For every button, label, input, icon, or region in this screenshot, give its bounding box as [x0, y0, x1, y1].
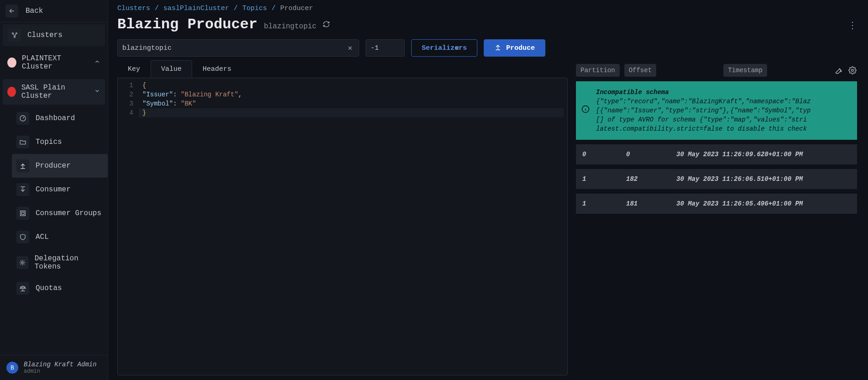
nav-dashboard-label: Dashboard — [36, 114, 75, 122]
breadcrumb-clusters[interactable]: Clusters — [117, 5, 150, 12]
breadcrumb: Clusters / saslPlainCluster / Topics / P… — [117, 5, 857, 12]
breadcrumb-topics[interactable]: Topics — [242, 5, 267, 12]
nav-producer-label: Producer — [36, 162, 71, 170]
results-column: Partition Offset Timestamp Incompatible … — [576, 60, 857, 375]
chevron-up-icon — [94, 58, 100, 67]
nav-consumer[interactable]: Consumer — [12, 178, 108, 201]
breadcrumb-sep: / — [272, 5, 276, 12]
row-offset: 181 — [626, 200, 676, 207]
sidebar-back-row[interactable]: Back — [0, 0, 108, 22]
clusters-icon — [8, 29, 21, 42]
error-title: Incompatible schema — [596, 88, 851, 97]
partition-input-wrap[interactable]: ✕ — [366, 39, 405, 57]
nav-consumer-groups-label: Consumer Groups — [36, 209, 101, 217]
eraser-icon[interactable] — [834, 66, 843, 75]
topic-input-wrap[interactable]: ✕ — [117, 39, 359, 57]
produce-label: Produce — [506, 44, 535, 52]
main: Clusters / saslPlainCluster / Topics / P… — [108, 0, 868, 380]
cluster-plaintext[interactable]: PLAINTEXT Cluster — [3, 50, 105, 75]
tab-headers[interactable]: Headers — [192, 60, 242, 78]
group-icon — [16, 207, 29, 220]
gauge-icon — [16, 112, 29, 125]
editor-content[interactable]: { "Issuer": "Blazing Kraft", "Symbol": "… — [139, 81, 242, 117]
error-line: [{"name":"Issuer","type":"string"},{"nam… — [596, 106, 851, 115]
result-row[interactable]: 1 182 30 May 2023 11:26:06.510+01:00 PM — [576, 169, 857, 189]
more-menu-icon[interactable]: ⋮ — [848, 20, 857, 31]
cluster-status-dot — [7, 87, 16, 97]
svg-point-7 — [852, 69, 854, 72]
tab-key[interactable]: Key — [117, 60, 151, 78]
result-row[interactable]: 1 181 30 May 2023 11:26:05.496+01:00 PM — [576, 194, 857, 214]
cluster-plaintext-label: PLAINTEXT Cluster — [22, 54, 89, 71]
produce-button[interactable]: Produce — [484, 39, 545, 57]
info-icon — [581, 105, 590, 116]
clear-topic-icon[interactable]: ✕ — [346, 43, 354, 53]
breadcrumb-sep: / — [155, 5, 159, 12]
download-icon — [16, 183, 29, 196]
chevron-down-icon — [94, 88, 100, 96]
row-partition: 1 — [582, 200, 626, 207]
serializers-label: Serializers — [422, 44, 467, 52]
svg-point-2 — [14, 37, 16, 38]
nav-dashboard[interactable]: Dashboard — [12, 106, 108, 130]
svg-rect-4 — [21, 211, 26, 216]
error-line: {"type":"record","name":"BlazingKraft","… — [596, 97, 851, 106]
folder-icon — [16, 136, 29, 148]
editor-tabs: Key Value Headers — [117, 60, 568, 78]
clusters-label: Clusters — [27, 31, 63, 39]
refresh-icon[interactable] — [323, 21, 331, 29]
scale-icon — [16, 282, 29, 295]
header-timestamp: Timestamp — [723, 64, 767, 77]
tab-value[interactable]: Value — [151, 60, 192, 78]
cluster-status-dot — [7, 58, 16, 68]
upload-icon — [16, 159, 29, 172]
error-line: latest.compatibility.strict=false to dis… — [596, 124, 851, 133]
svg-rect-5 — [21, 212, 24, 214]
row-partition: 0 — [582, 151, 626, 158]
back-label: Back — [26, 7, 43, 15]
nav-delegation-tokens[interactable]: Delegation Tokens — [12, 249, 108, 276]
page-title: Blazing Producer — [117, 16, 257, 33]
cluster-sasl[interactable]: SASL Plain Cluster — [3, 79, 105, 105]
gear-icon[interactable] — [848, 66, 857, 75]
sidebar-clusters-link[interactable]: Clusters — [3, 24, 105, 46]
nav-topics[interactable]: Topics — [12, 130, 108, 154]
avatar: B — [6, 362, 18, 374]
serializers-button[interactable]: Serializers — [411, 39, 477, 57]
nav-consumer-groups[interactable]: Consumer Groups — [12, 201, 108, 225]
nav-consumer-label: Consumer — [36, 185, 71, 194]
shield-icon — [16, 231, 29, 243]
row-partition: 1 — [582, 175, 626, 183]
sidebar-nav: Dashboard Topics Producer Consumer Consu… — [0, 106, 108, 355]
upload-icon — [494, 43, 502, 53]
nav-acl-label: ACL — [36, 233, 49, 241]
editor-column: Key Value Headers 1 2 3 4 { "Issuer": "B… — [117, 60, 568, 375]
topic-input[interactable] — [122, 44, 346, 52]
breadcrumb-cluster[interactable]: saslPlainCluster — [163, 5, 229, 12]
nav-quotas-label: Quotas — [36, 284, 62, 292]
user-name: Blazing Kraft Admin — [24, 361, 97, 368]
nav-producer[interactable]: Producer — [12, 154, 108, 178]
nav-topics-label: Topics — [36, 138, 62, 146]
nav-quotas[interactable]: Quotas — [12, 276, 108, 300]
sidebar-user[interactable]: B Blazing Kraft Admin admin — [0, 355, 108, 380]
header-offset: Offset — [624, 64, 656, 77]
row-offset: 182 — [626, 175, 676, 183]
user-sub: admin — [24, 368, 97, 375]
error-line: [] of type AVRO for schema {"type":"map"… — [596, 115, 851, 124]
svg-point-6 — [21, 262, 23, 264]
nav-delegation-tokens-label: Delegation Tokens — [35, 254, 103, 271]
editor-gutter: 1 2 3 4 — [118, 81, 139, 117]
code-editor[interactable]: 1 2 3 4 { "Issuer": "Blazing Kraft", "Sy… — [117, 78, 568, 375]
back-icon[interactable] — [5, 5, 18, 17]
breadcrumb-sep: / — [234, 5, 238, 12]
nav-acl[interactable]: ACL — [12, 225, 108, 249]
error-banner: Incompatible schema {"type":"record","na… — [576, 81, 857, 140]
row-offset: 0 — [626, 151, 676, 158]
page-subtitle: blazingtopic — [264, 22, 316, 31]
row-timestamp: 30 May 2023 11:26:05.496+01:00 PM — [676, 200, 851, 207]
sidebar: Back Clusters PLAINTEXT Cluster SASL Pla… — [0, 0, 108, 380]
row-timestamp: 30 May 2023 11:26:06.510+01:00 PM — [676, 175, 851, 183]
header-partition: Partition — [576, 64, 620, 77]
result-row[interactable]: 0 0 30 May 2023 11:26:09.628+01:00 PM — [576, 144, 857, 164]
